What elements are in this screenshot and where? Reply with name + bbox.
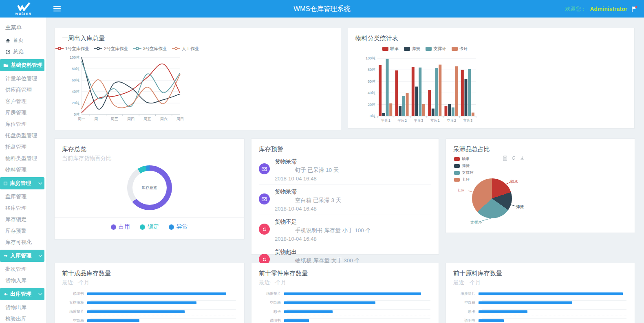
legend-item-人工作业[interactable]: 人工作业 bbox=[172, 46, 199, 52]
legend-label: 异常 bbox=[176, 223, 188, 231]
hbar-value-bar[interactable] bbox=[87, 292, 226, 295]
hbar-value-bar[interactable] bbox=[284, 301, 375, 304]
logo-text: watson bbox=[15, 11, 31, 15]
hbar-value-bar[interactable] bbox=[87, 301, 196, 304]
sidebar-item-客户管理[interactable]: 客户管理 bbox=[0, 96, 46, 107]
svg-text:40吨: 40吨 bbox=[72, 90, 79, 94]
material-bar-chart: 0吨20吨40吨60吨80吨100吨平库1平库2平库3立库1立库2立库3 bbox=[362, 52, 488, 127]
svg-text:立库1: 立库1 bbox=[430, 119, 440, 123]
sidebar-item-托盘类型管理[interactable]: 托盘类型管理 bbox=[0, 130, 46, 141]
legend-label: 支撑环 bbox=[433, 46, 446, 52]
sidebar-section-label: 出库管理 bbox=[10, 290, 31, 298]
sidebar-item-移库管理[interactable]: 移库管理 bbox=[0, 202, 46, 214]
hbar-value-bar[interactable] bbox=[479, 319, 504, 322]
sidebar-item-首页[interactable]: 首页 bbox=[0, 35, 46, 46]
sidebar-item-货物出库[interactable]: 货物出库 bbox=[0, 302, 46, 313]
legend-item-支撑环[interactable]: 支撑环 bbox=[426, 46, 446, 52]
alert-list-item[interactable]: 货物呆滞空白箱 已呆滞 3 天2018-10-04 16:48 bbox=[259, 185, 431, 215]
hbar-dotted-divider bbox=[482, 316, 626, 316]
hbar-track bbox=[284, 310, 431, 314]
sidebar-item-供应商管理[interactable]: 供应商管理 bbox=[0, 84, 46, 96]
legend-item-卡环[interactable]: 卡环 bbox=[454, 177, 474, 182]
sidebar-section-入库管理[interactable]: 入库管理 bbox=[0, 250, 44, 262]
hbar-value-bar[interactable] bbox=[284, 319, 309, 322]
sidebar-item-货物入库[interactable]: 货物入库 bbox=[0, 275, 46, 286]
card-top-finished-goods: 前十成品库存数量 最近一个月 说明书瓦楞纸板纸质垫片空白箱 bbox=[54, 263, 245, 323]
legend-item-卡环[interactable]: 卡环 bbox=[452, 46, 468, 52]
app-logo[interactable]: watson bbox=[0, 2, 47, 15]
data-view-icon[interactable] bbox=[503, 156, 507, 161]
hbar-line: 空白箱 bbox=[259, 301, 431, 305]
hbar-label: 说明书 bbox=[453, 318, 479, 323]
top-raw-hbar-chart: 纸质垫片空白箱彩卡说明书 bbox=[453, 292, 627, 323]
hbar-dotted-divider bbox=[287, 316, 430, 316]
svg-text:周六: 周六 bbox=[160, 117, 168, 121]
hbar-value-bar[interactable] bbox=[87, 310, 185, 313]
sidebar-item-物料类型管理[interactable]: 物料类型管理 bbox=[0, 153, 46, 164]
sidebar-item-检验出库[interactable]: 检验出库 bbox=[0, 313, 46, 323]
legend-item-2号立库作业[interactable]: 2号立库作业 bbox=[94, 46, 128, 52]
alert-title: 货物呆滞 bbox=[275, 158, 431, 165]
sidebar-item-库存可视化[interactable]: 库存可视化 bbox=[0, 237, 46, 248]
pie-callout-label: 卡环 bbox=[457, 188, 464, 193]
pie-series-swatch bbox=[454, 178, 460, 182]
legend-item-1号立库作业[interactable]: 1号立库作业 bbox=[55, 46, 89, 52]
sidebar-item-物料管理[interactable]: 物料管理 bbox=[0, 164, 46, 176]
sidebar-item-计量单位管理[interactable]: 计量单位管理 bbox=[0, 73, 46, 84]
svg-text:80吨: 80吨 bbox=[368, 68, 375, 72]
pie-series-swatch bbox=[454, 157, 460, 161]
alert-body: 货物不足手机说明书 库存量 小于 100 个2018-10-04 16:48 bbox=[275, 218, 431, 242]
sidebar-item-库位管理[interactable]: 库位管理 bbox=[0, 119, 46, 130]
alert-list-item[interactable]: 货物不足手机说明书 库存量 小于 100 个2018-10-04 16:48 bbox=[259, 215, 431, 245]
svg-text:周四: 周四 bbox=[127, 117, 135, 121]
hbar-value-bar[interactable] bbox=[479, 301, 572, 304]
sidebar-section-基础资料管理[interactable]: 基础资料管理 bbox=[0, 59, 44, 71]
sidebar-section-出库管理[interactable]: 出库管理 bbox=[0, 288, 44, 300]
sidebar-item-库存锁定[interactable]: 库存锁定 bbox=[0, 214, 46, 225]
legend-label: 轴承 bbox=[390, 46, 399, 52]
legend-item-轴承[interactable]: 轴承 bbox=[382, 46, 399, 52]
sidebar-section-库房管理[interactable]: 库房管理 bbox=[0, 177, 44, 189]
legend-item-异常[interactable]: 异常 bbox=[169, 223, 188, 231]
download-icon[interactable] bbox=[520, 156, 525, 161]
envelope-icon bbox=[259, 163, 270, 174]
hbar-value-bar[interactable] bbox=[284, 310, 333, 313]
sidebar: 主菜单 首页总览基础资料管理计量单位管理供应商管理客户管理库房管理库位管理托盘类… bbox=[0, 18, 47, 323]
hamburger-menu-icon[interactable] bbox=[53, 5, 61, 13]
material-chart-legend: 轴承弹簧支撑环卡环 bbox=[362, 46, 488, 52]
card-title: 前十原料库存数量 bbox=[453, 270, 627, 277]
chevron-down-icon bbox=[38, 255, 42, 257]
hbar-value-bar[interactable] bbox=[87, 319, 139, 322]
sidebar-item-盘库管理[interactable]: 盘库管理 bbox=[0, 191, 46, 202]
legend-item-支撑环[interactable]: 支撑环 bbox=[454, 170, 474, 176]
line-series-icon bbox=[55, 46, 64, 51]
card-weekly-io-total: 一周出入库总量 1号立库作业2号立库作业3号立库作业人工作业 0吨20吨40吨6… bbox=[54, 28, 341, 130]
sidebar-item-库存预警[interactable]: 库存预警 bbox=[0, 225, 46, 237]
sidebar-item-总览[interactable]: 总览 bbox=[0, 46, 46, 57]
hbar-dotted-divider bbox=[482, 307, 626, 307]
sidebar-item-批次管理[interactable]: 批次管理 bbox=[0, 264, 46, 275]
sidebar-item-库房管理[interactable]: 库房管理 bbox=[0, 107, 46, 119]
legend-item-锁定[interactable]: 锁定 bbox=[140, 223, 159, 231]
sidebar-item-托盘管理[interactable]: 托盘管理 bbox=[0, 141, 46, 153]
notification-flag-icon[interactable] bbox=[631, 6, 637, 12]
svg-text:周三: 周三 bbox=[111, 117, 118, 121]
alert-list-item[interactable]: 货物呆滞钉子 已呆滞 10 天2018-10-04 16:48 bbox=[259, 155, 431, 185]
top-parts-hbar-chart: 纸质垫片空白箱彩卡说明书 bbox=[259, 292, 431, 323]
alert-title: 货物超出 bbox=[275, 248, 431, 256]
main-content: 一周出入库总量 1号立库作业2号立库作业3号立库作业人工作业 0吨20吨40吨6… bbox=[47, 18, 644, 323]
svg-text:100吨: 100吨 bbox=[70, 55, 79, 59]
legend-item-轴承[interactable]: 轴承 bbox=[454, 156, 474, 162]
hbar-value-bar[interactable] bbox=[479, 292, 623, 295]
hbar-value-bar[interactable] bbox=[479, 310, 527, 313]
hbar-value-bar[interactable] bbox=[284, 292, 421, 295]
hbar-label: 纸质垫片 bbox=[259, 291, 284, 297]
refresh-icon[interactable] bbox=[511, 156, 516, 161]
legend-item-弹簧[interactable]: 弹簧 bbox=[454, 163, 474, 169]
username[interactable]: Administrator bbox=[590, 6, 627, 12]
legend-item-3号立库作业[interactable]: 3号立库作业 bbox=[133, 46, 167, 52]
hbar-line: 纸质垫片 bbox=[62, 310, 237, 314]
hbar-track bbox=[479, 319, 627, 323]
legend-item-弹簧[interactable]: 弹簧 bbox=[404, 46, 420, 52]
legend-item-占用[interactable]: 占用 bbox=[111, 223, 130, 231]
